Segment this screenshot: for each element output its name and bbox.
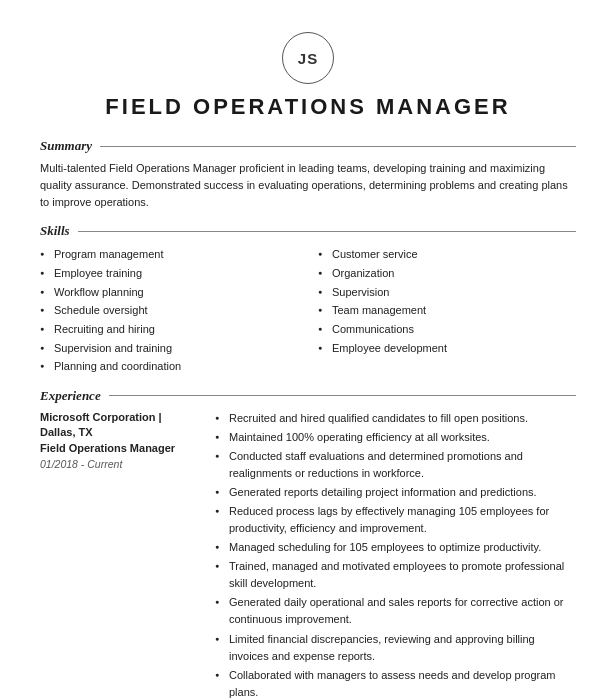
skill-item: Organization bbox=[318, 264, 576, 283]
skills-col-right: Customer serviceOrganizationSupervisionT… bbox=[318, 245, 576, 376]
skills-section: Skills Program managementEmployee traini… bbox=[40, 223, 576, 376]
skills-right-list: Customer serviceOrganizationSupervisionT… bbox=[318, 245, 576, 357]
job-bullet: Managed scheduling for 105 employees to … bbox=[215, 539, 576, 556]
skills-label: Skills bbox=[40, 223, 78, 239]
skill-item: Workflow planning bbox=[40, 283, 298, 302]
skill-item: Supervision and training bbox=[40, 339, 298, 358]
skill-item: Customer service bbox=[318, 245, 576, 264]
job-bullets: Recruited and hired qualified candidates… bbox=[215, 410, 576, 700]
skill-item: Communications bbox=[318, 320, 576, 339]
job-bullet: Trained, managed and motivated employees… bbox=[215, 558, 576, 592]
skills-divider bbox=[78, 231, 576, 232]
job-company: Microsoft Corporation | Dallas, TX bbox=[40, 410, 195, 441]
experience-section: Experience Microsoft Corporation | Dalla… bbox=[40, 388, 576, 700]
job-bullet: Maintained 100% operating efficiency at … bbox=[215, 429, 576, 446]
job-bullet: Collaborated with managers to assess nee… bbox=[215, 667, 576, 700]
summary-text: Multi-talented Field Operations Manager … bbox=[40, 160, 576, 211]
skills-left-list: Program managementEmployee trainingWorkf… bbox=[40, 245, 298, 376]
skill-item: Team management bbox=[318, 301, 576, 320]
summary-section: Summary Multi-talented Field Operations … bbox=[40, 138, 576, 211]
skill-item: Employee development bbox=[318, 339, 576, 358]
page-title: FIELD OPERATIONS MANAGER bbox=[40, 94, 576, 120]
job-bullet: Conducted staff evaluations and determin… bbox=[215, 448, 576, 482]
experience-divider bbox=[109, 395, 576, 396]
resume-page: JS FIELD OPERATIONS MANAGER Summary Mult… bbox=[0, 0, 616, 700]
experience-label: Experience bbox=[40, 388, 109, 404]
skill-item: Recruiting and hiring bbox=[40, 320, 298, 339]
experience-jobs: Microsoft Corporation | Dallas, TXField … bbox=[40, 410, 576, 700]
avatar-initials: JS bbox=[298, 50, 318, 67]
skill-item: Supervision bbox=[318, 283, 576, 302]
summary-label: Summary bbox=[40, 138, 100, 154]
job-bullet: Limited financial discrepancies, reviewi… bbox=[215, 631, 576, 665]
job-bullet: Generated daily operational and sales re… bbox=[215, 594, 576, 628]
job-block: Microsoft Corporation | Dallas, TXField … bbox=[40, 410, 576, 700]
job-bullet: Generated reports detailing project info… bbox=[215, 484, 576, 501]
skill-item: Program management bbox=[40, 245, 298, 264]
skills-col-left: Program managementEmployee trainingWorkf… bbox=[40, 245, 298, 376]
skill-item: Schedule oversight bbox=[40, 301, 298, 320]
job-bullet: Reduced process lags by effectively mana… bbox=[215, 503, 576, 537]
skill-item: Employee training bbox=[40, 264, 298, 283]
job-left: Microsoft Corporation | Dallas, TXField … bbox=[40, 410, 195, 700]
experience-header: Experience bbox=[40, 388, 576, 404]
skills-header: Skills bbox=[40, 223, 576, 239]
skill-item: Planning and coordination bbox=[40, 357, 298, 376]
skills-grid: Program managementEmployee trainingWorkf… bbox=[40, 245, 576, 376]
job-bullet: Recruited and hired qualified candidates… bbox=[215, 410, 576, 427]
job-date: 01/2018 - Current bbox=[40, 458, 195, 470]
job-right: Recruited and hired qualified candidates… bbox=[215, 410, 576, 700]
avatar: JS bbox=[282, 32, 334, 84]
summary-divider bbox=[100, 146, 576, 147]
summary-header: Summary bbox=[40, 138, 576, 154]
job-title: Field Operations Manager bbox=[40, 441, 195, 456]
